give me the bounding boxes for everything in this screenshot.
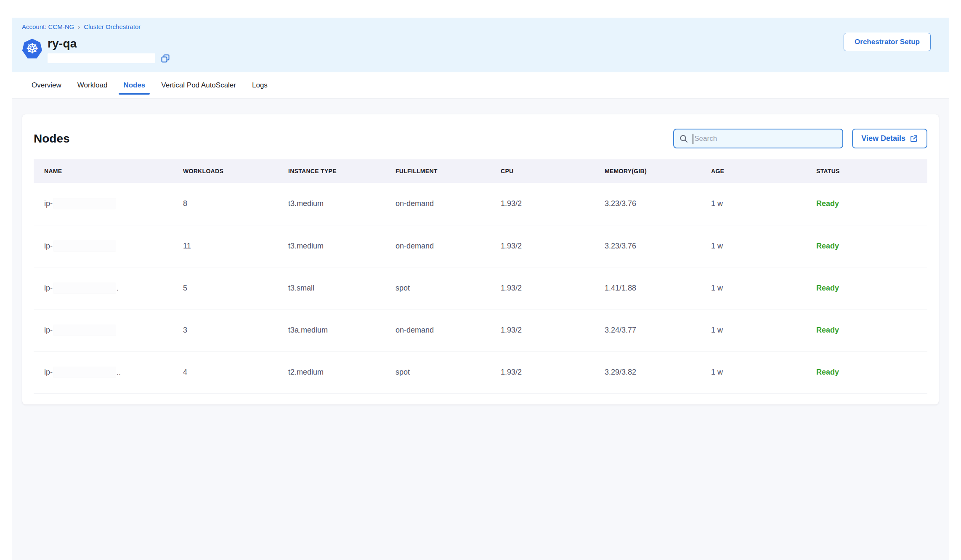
search-icon: [679, 134, 688, 143]
page-header: Account: CCM-NG › Cluster Orchestrator ☸…: [12, 18, 949, 72]
status-cell: Ready: [806, 183, 927, 225]
memory-cell: 3.29/3.82: [594, 351, 701, 393]
view-details-label: View Details: [861, 134, 905, 143]
panel-actions: View Details: [673, 129, 927, 148]
column-header-memory: MEMORY(GIB): [594, 159, 701, 183]
breadcrumb-account-link[interactable]: Account: CCM-NG: [22, 23, 74, 30]
node-name-prefix: ip-: [44, 284, 53, 293]
cluster-id-row: [48, 53, 170, 63]
kubernetes-helm-glyph: ☸: [26, 41, 38, 55]
fulfillment-cell: spot: [385, 267, 490, 309]
node-name-cell: ip-: [34, 309, 173, 351]
cpu-cell: 1.93/2: [490, 309, 594, 351]
workloads-cell: 5: [173, 267, 278, 309]
tab-workload[interactable]: Workload: [77, 73, 109, 98]
fulfillment-cell: on-demand: [385, 225, 490, 267]
redacted-node-name: [53, 325, 116, 335]
memory-cell: 3.24/3.77: [594, 309, 701, 351]
column-header-age: AGE: [701, 159, 806, 183]
node-name-cell: ip- ..: [34, 351, 173, 393]
breadcrumb-chevron-icon: ›: [78, 23, 80, 30]
page-title: ry-qa: [48, 37, 170, 50]
node-name-suffix: .: [117, 284, 119, 293]
node-name-suffix: ..: [117, 368, 121, 377]
cpu-cell: 1.93/2: [490, 225, 594, 267]
instance-type-cell: t3.medium: [278, 183, 385, 225]
tab-overview[interactable]: Overview: [31, 73, 62, 98]
fulfillment-cell: on-demand: [385, 309, 490, 351]
table-row: ip- . 5 t3.small spot 1.93/2 1.41/1.88 1…: [34, 267, 927, 309]
nodes-panel-header: Nodes View Details: [34, 129, 927, 148]
status-badge: Ready: [816, 242, 839, 250]
column-header-cpu: CPU: [490, 159, 594, 183]
status-cell: Ready: [806, 225, 927, 267]
breadcrumb-current-link[interactable]: Cluster Orchestrator: [84, 23, 141, 30]
cpu-cell: 1.93/2: [490, 267, 594, 309]
kubernetes-icon: ☸: [22, 39, 42, 58]
workloads-cell: 3: [173, 309, 278, 351]
fulfillment-cell: on-demand: [385, 183, 490, 225]
search-box[interactable]: [673, 129, 843, 148]
instance-type-cell: t3.small: [278, 267, 385, 309]
cpu-cell: 1.93/2: [490, 351, 594, 393]
age-cell: 1 w: [701, 309, 806, 351]
status-badge: Ready: [816, 326, 839, 334]
column-header-name: NAME: [34, 159, 173, 183]
view-details-button[interactable]: View Details: [852, 129, 927, 148]
tab-vertical-pod-autoscaler[interactable]: Vertical Pod AutoScaler: [160, 73, 237, 98]
memory-cell: 1.41/1.88: [594, 267, 701, 309]
node-name-cell: ip- .: [34, 267, 173, 309]
node-name-prefix: ip-: [44, 199, 53, 208]
workloads-cell: 11: [173, 225, 278, 267]
app-frame: Account: CCM-NG › Cluster Orchestrator ☸…: [12, 18, 949, 560]
status-cell: Ready: [806, 267, 927, 309]
redacted-node-name: [53, 241, 116, 251]
table-row: ip- 3 t3a.medium on-demand 1.93/2 3.24/3…: [34, 309, 927, 351]
cpu-cell: 1.93/2: [490, 183, 594, 225]
cluster-title-col: ry-qa: [48, 37, 170, 63]
nodes-table: NAME WORKLOADS INSTANCE TYPE FULFILLMENT…: [34, 159, 927, 394]
redacted-node-name: [53, 283, 116, 293]
tab-nodes[interactable]: Nodes: [122, 73, 146, 98]
table-row: ip- 8 t3.medium on-demand 1.93/2 3.23/3.…: [34, 183, 927, 225]
table-header: NAME WORKLOADS INSTANCE TYPE FULFILLMENT…: [34, 159, 927, 183]
orchestrator-setup-button[interactable]: Orchestrator Setup: [844, 33, 931, 51]
column-header-instance-type: INSTANCE TYPE: [278, 159, 385, 183]
age-cell: 1 w: [701, 183, 806, 225]
breadcrumb: Account: CCM-NG › Cluster Orchestrator: [22, 23, 939, 30]
age-cell: 1 w: [701, 225, 806, 267]
memory-cell: 3.23/3.76: [594, 183, 701, 225]
redacted-node-name: [53, 198, 116, 209]
node-name-cell: ip-: [34, 225, 173, 267]
redacted-cluster-id: [48, 53, 155, 63]
external-link-icon: [910, 135, 918, 143]
table-row: ip- 11 t3.medium on-demand 1.93/2 3.23/3…: [34, 225, 927, 267]
column-header-workloads: WORKLOADS: [173, 159, 278, 183]
status-cell: Ready: [806, 309, 927, 351]
status-badge: Ready: [816, 368, 839, 376]
node-name-prefix: ip-: [44, 326, 53, 335]
instance-type-cell: t3.medium: [278, 225, 385, 267]
column-header-fulfillment: FULFILLMENT: [385, 159, 490, 183]
nodes-panel: Nodes View Details: [22, 114, 939, 404]
copy-icon[interactable]: [161, 54, 170, 63]
cluster-title-row: ☸ ry-qa: [22, 37, 939, 63]
workloads-cell: 8: [173, 183, 278, 225]
node-name-prefix: ip-: [44, 368, 53, 377]
table-row: ip- .. 4 t2.medium spot 1.93/2 3.29/3.82…: [34, 351, 927, 393]
status-badge: Ready: [816, 199, 839, 208]
tab-bar: Overview Workload Nodes Vertical Pod Aut…: [12, 72, 949, 99]
column-header-status: STATUS: [806, 159, 927, 183]
content-area: Nodes View Details: [12, 99, 949, 560]
workloads-cell: 4: [173, 351, 278, 393]
tab-logs[interactable]: Logs: [251, 73, 268, 98]
search-input[interactable]: [693, 135, 837, 143]
fulfillment-cell: spot: [385, 351, 490, 393]
age-cell: 1 w: [701, 351, 806, 393]
node-name-cell: ip-: [34, 183, 173, 225]
status-badge: Ready: [816, 284, 839, 292]
panel-title: Nodes: [34, 132, 70, 145]
status-cell: Ready: [806, 351, 927, 393]
instance-type-cell: t3a.medium: [278, 309, 385, 351]
redacted-node-name: [53, 367, 116, 378]
